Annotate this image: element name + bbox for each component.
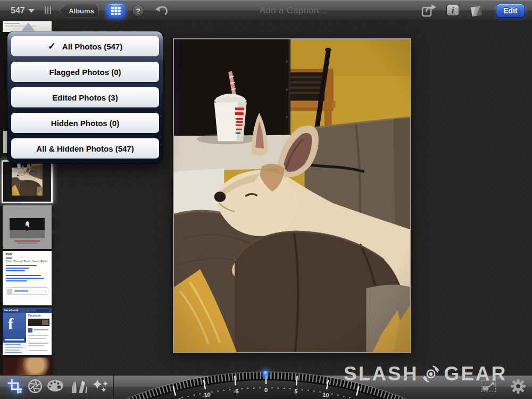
grid-view-button[interactable]: [107, 4, 124, 18]
svg-text:10: 10: [322, 391, 329, 398]
albums-back-button[interactable]: Albums: [59, 4, 98, 18]
grid-view-icon: [111, 7, 121, 15]
share-button[interactable]: [421, 3, 438, 18]
dropdown-caret-icon: [28, 9, 35, 13]
facebook-header-text: facebook: [4, 309, 18, 312]
crop-icon: [7, 379, 22, 394]
thumbnail-columns-icon[interactable]: [45, 6, 51, 14]
brushes-icon: [69, 379, 87, 394]
sparkles-icon: [92, 379, 109, 394]
shutter-icon: [28, 379, 43, 394]
palette-icon: [47, 379, 64, 393]
exposure-tool-button[interactable]: [28, 379, 43, 394]
svg-text:0: 0: [264, 387, 268, 393]
undo-button[interactable]: [153, 4, 169, 18]
toolbar-divider: [113, 376, 114, 399]
gear-icon: [510, 378, 526, 394]
photo-count-dropdown[interactable]: 547: [11, 4, 35, 17]
email-line: Chris "Burnsy" Burns, Senior Editor: [6, 260, 47, 263]
info-button[interactable]: i: [446, 5, 459, 16]
undo-icon: [154, 5, 168, 18]
thumbnail-facebook-photo[interactable]: facebook f Facebook: [3, 307, 52, 355]
photo-count: 547: [11, 6, 25, 15]
facebook-page-title: Facebook: [28, 314, 40, 317]
settings-button[interactable]: [510, 378, 526, 394]
top-toolbar: 547 Albums ? Add a Caption...: [0, 0, 532, 21]
thumbnail-moon-screenshot[interactable]: [3, 205, 52, 249]
menu-item-edited-photos[interactable]: Edited Photos (3): [11, 87, 159, 107]
menu-item-all-photos[interactable]: ✓ All Photos (547): [11, 36, 159, 56]
resize-preview-button[interactable]: [481, 380, 496, 392]
effects-tool-button[interactable]: [92, 379, 109, 394]
thumbnail-dog-cropped[interactable]: [3, 358, 52, 375]
compare-pages-icon: [469, 4, 484, 18]
compare-original-button[interactable]: [469, 4, 484, 18]
facebook-logo-letter: f: [8, 315, 22, 333]
crop-tool-button[interactable]: [7, 379, 22, 394]
menu-item-hidden-photos[interactable]: Hidden Photos (0): [11, 113, 159, 133]
help-button[interactable]: ?: [132, 5, 144, 17]
main-photo-dog-on-couch[interactable]: [173, 38, 411, 353]
share-icon: [421, 3, 437, 18]
check-icon: ✓: [48, 40, 56, 52]
menu-item-all-hidden-photos[interactable]: All & Hidden Photos (547): [11, 138, 159, 159]
dial-zero-indicator: [263, 371, 268, 376]
thumbnail-dog-selected[interactable]: [2, 160, 53, 203]
menu-item-flagged-photos[interactable]: Flagged Photos (0): [11, 62, 159, 82]
photo-filter-menu: ✓ All Photos (547) Flagged Photos (0) Ed…: [7, 31, 163, 163]
caption-input[interactable]: Add a Caption...: [187, 5, 400, 16]
brushes-tool-button[interactable]: [69, 379, 87, 394]
resize-arrow-icon: [481, 381, 495, 392]
edit-button[interactable]: Edit: [496, 4, 525, 18]
svg-text:5: 5: [294, 388, 298, 394]
thumbnail-email-screenshot[interactable]: FWD Chris "Burnsy" Burns, Senior Editor …: [3, 251, 52, 305]
thumbnail-edge-sliver[interactable]: [3, 131, 7, 153]
color-tool-button[interactable]: [47, 379, 64, 393]
iphoto-app-window: FWD Chris "Burnsy" Burns, Senior Editor …: [0, 0, 532, 399]
popup-arrow: [21, 22, 36, 32]
svg-text:-5: -5: [233, 388, 239, 395]
